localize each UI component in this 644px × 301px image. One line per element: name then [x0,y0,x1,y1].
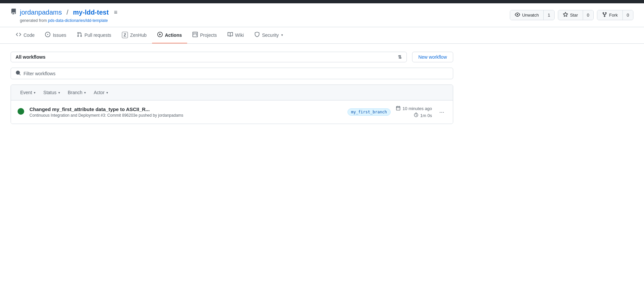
run-info: Changed my_first_attribute data_type to … [29,106,342,118]
unwatch-button[interactable]: Unwatch [510,10,544,20]
repo-icon [11,9,17,16]
event-filter-button[interactable]: Event ▾ [16,88,39,97]
main-content: All workflows ⇅ New workflow Event ▾ Sta… [0,44,464,132]
event-filter-arrow: ▾ [34,91,35,94]
calendar-icon [396,106,401,111]
pull-requests-icon [77,32,82,38]
actions-icon [157,32,163,38]
star-button[interactable]: Star [558,10,583,20]
repo-header: jordanpadams / my-ldd-test ≡ generated f… [0,3,644,27]
tab-pull-requests[interactable]: Pull requests [72,27,117,43]
repo-title-area: jordanpadams / my-ldd-test ≡ generated f… [11,9,118,23]
tab-wiki-label: Wiki [235,32,244,38]
star-count[interactable]: 0 [583,10,593,20]
tab-pull-requests-label: Pull requests [84,32,111,38]
wiki-icon [228,32,233,38]
run-time-ago: 10 minutes ago [402,106,432,111]
repo-template-link[interactable]: pds-data-dictionaries/ldd-template [48,18,108,23]
tab-zenhub[interactable]: Z ZenHub [117,27,152,43]
tab-actions[interactable]: Actions [152,27,187,43]
status-filter-label: Status [43,90,57,95]
branch-filter-label: Branch [68,90,82,95]
repo-separator: / [67,9,69,16]
run-time-ago-row: 10 minutes ago [396,106,432,111]
run-more-button[interactable]: ··· [437,109,446,115]
run-status-success-icon [18,108,24,116]
status-filter-arrow: ▾ [58,91,60,94]
workflow-select-label: All workflows [16,54,45,60]
branch-filter-button[interactable]: Branch ▾ [64,88,90,97]
tab-projects-label: Projects [200,32,217,38]
run-branch-badge[interactable]: my_first_branch [348,108,391,116]
fork-btn-group: Fork 0 [597,10,633,20]
workflow-select[interactable]: All workflows ⇅ [11,52,407,62]
tab-issues[interactable]: Issues [40,27,71,43]
eye-icon [515,12,520,18]
unwatch-count[interactable]: 1 [544,10,554,20]
tab-code-label: Code [24,32,34,38]
tab-security-label: Security [262,32,279,38]
top-bar [0,0,644,3]
branch-filter-arrow: ▾ [84,91,86,94]
table-row: Changed my_first_attribute data_type to … [11,100,453,124]
search-icon [16,70,21,77]
tab-security[interactable]: Security ▾ [249,27,288,43]
tab-projects[interactable]: Projects [187,27,222,43]
repo-owner-link[interactable]: jordanpadams [20,9,62,16]
tab-wiki[interactable]: Wiki [222,27,249,43]
repo-menu-icon[interactable]: ≡ [114,9,118,16]
tab-code[interactable]: Code [11,27,40,43]
run-subtitle: Continuous Integration and Deployment #3… [29,113,342,118]
tab-zenhub-label: ZenHub [130,32,147,38]
clock-icon [414,113,418,118]
code-icon [16,32,21,38]
tab-actions-label: Actions [165,32,182,38]
unwatch-label: Unwatch [522,13,539,18]
security-dropdown-arrow: ▾ [281,33,283,37]
security-icon [254,32,260,38]
projects-icon [192,32,198,38]
repo-title-row: jordanpadams / my-ldd-test ≡ [11,9,118,16]
unwatch-btn-group: Unwatch 1 [510,10,555,20]
zenhub-icon: Z [122,32,128,38]
workflow-row: All workflows ⇅ New workflow [11,52,453,62]
run-duration: 1m 0s [420,113,432,118]
run-title[interactable]: Changed my_first_attribute data_type to … [29,106,342,112]
new-workflow-button[interactable]: New workflow [412,52,453,62]
event-filter-label: Event [20,90,32,95]
tab-issues-label: Issues [53,32,66,38]
issues-icon [45,32,50,38]
actor-filter-button[interactable]: Actor ▾ [90,88,112,97]
star-btn-group: Star 0 [558,10,594,20]
filter-input-wrap [11,68,453,79]
status-filter-button[interactable]: Status ▾ [39,88,64,97]
star-label: Star [570,13,578,18]
fork-icon [602,12,607,18]
workflow-select-arrow: ⇅ [398,54,402,60]
results-filter-bar: Event ▾ Status ▾ Branch ▾ Actor ▾ [11,85,453,100]
star-icon [563,12,568,18]
repo-generated: generated from pds-data-dictionaries/ldd… [20,18,118,23]
run-meta: 10 minutes ago 1m 0s [396,106,432,118]
filter-row [11,68,453,79]
nav-tabs: Code Issues Pull requests Z ZenHub Actio… [0,27,644,44]
repo-name-link[interactable]: my-ldd-test [73,9,109,16]
repo-actions: Unwatch 1 Star 0 [507,10,633,20]
filter-workflows-input[interactable] [24,71,448,76]
fork-label: Fork [609,13,618,18]
run-duration-row: 1m 0s [414,113,432,118]
results-area: Event ▾ Status ▾ Branch ▾ Actor ▾ [11,85,453,124]
actor-filter-arrow: ▾ [106,91,108,94]
actor-filter-label: Actor [94,90,105,95]
fork-button[interactable]: Fork [597,10,623,20]
fork-count[interactable]: 0 [623,10,633,20]
